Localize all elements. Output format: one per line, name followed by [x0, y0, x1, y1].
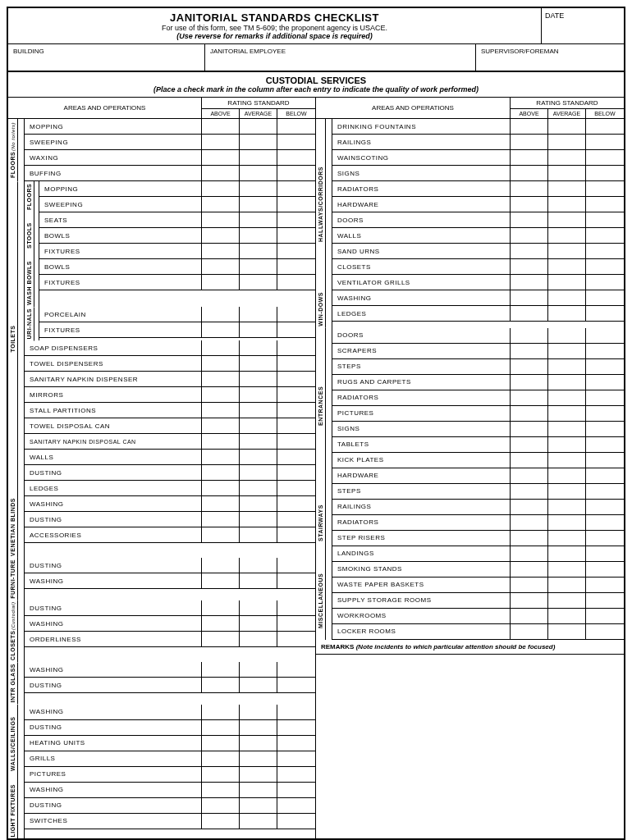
check-cell[interactable]: [586, 135, 624, 149]
check-cell[interactable]: [586, 306, 624, 321]
check-cell[interactable]: [240, 403, 277, 418]
check-cell[interactable]: [202, 212, 240, 227]
check-cell[interactable]: [586, 275, 624, 290]
check-cell[interactable]: [511, 166, 548, 180]
check-cell[interactable]: [202, 481, 240, 495]
check-cell[interactable]: [511, 244, 548, 258]
check-cell[interactable]: [548, 484, 586, 499]
check-cell[interactable]: [277, 678, 315, 692]
check-cell[interactable]: [240, 307, 277, 322]
check-cell[interactable]: [277, 616, 315, 631]
check-cell[interactable]: [202, 244, 240, 258]
check-cell[interactable]: [202, 340, 240, 355]
check-cell[interactable]: [511, 181, 548, 196]
check-cell[interactable]: [277, 356, 315, 371]
check-cell[interactable]: [277, 150, 315, 165]
check-cell[interactable]: [202, 228, 240, 243]
check-cell[interactable]: [202, 387, 240, 402]
check-cell[interactable]: [586, 344, 624, 358]
check-cell[interactable]: [240, 212, 277, 227]
check-cell[interactable]: [586, 515, 624, 530]
check-cell[interactable]: [277, 244, 315, 258]
check-cell[interactable]: [511, 306, 548, 321]
check-cell[interactable]: [202, 720, 240, 735]
check-cell[interactable]: [586, 290, 624, 305]
check-cell[interactable]: [548, 150, 586, 165]
check-cell[interactable]: [548, 468, 586, 483]
check-cell[interactable]: [202, 496, 240, 511]
check-cell[interactable]: [586, 150, 624, 165]
check-cell[interactable]: [586, 593, 624, 608]
check-cell[interactable]: [240, 228, 277, 243]
check-cell[interactable]: [277, 496, 315, 511]
check-cell[interactable]: [277, 558, 315, 573]
check-cell[interactable]: [277, 275, 315, 290]
check-cell[interactable]: [202, 616, 240, 631]
check-cell[interactable]: [511, 453, 548, 468]
check-cell[interactable]: [511, 212, 548, 227]
check-cell[interactable]: [586, 197, 624, 212]
check-cell[interactable]: [240, 166, 277, 180]
check-cell[interactable]: [277, 403, 315, 418]
check-cell[interactable]: [277, 307, 315, 322]
check-cell[interactable]: [277, 212, 315, 227]
check-cell[interactable]: [202, 678, 240, 692]
check-cell[interactable]: [511, 375, 548, 390]
check-cell[interactable]: [586, 422, 624, 436]
check-cell[interactable]: [240, 465, 277, 480]
check-cell[interactable]: [548, 531, 586, 546]
check-cell[interactable]: [202, 465, 240, 480]
check-cell[interactable]: [511, 546, 548, 561]
check-cell[interactable]: [511, 259, 548, 274]
check-cell[interactable]: [511, 328, 548, 343]
check-cell[interactable]: [240, 181, 277, 196]
check-cell[interactable]: [240, 662, 277, 677]
check-cell[interactable]: [586, 531, 624, 546]
check-cell[interactable]: [277, 751, 315, 766]
check-cell[interactable]: [586, 390, 624, 405]
check-cell[interactable]: [240, 119, 277, 134]
check-cell[interactable]: [511, 275, 548, 290]
check-cell[interactable]: [511, 290, 548, 305]
check-cell[interactable]: [511, 515, 548, 530]
check-cell[interactable]: [586, 484, 624, 499]
check-cell[interactable]: [548, 259, 586, 274]
check-cell[interactable]: [548, 390, 586, 405]
check-cell[interactable]: [240, 558, 277, 573]
employee-field[interactable]: JANITORIAL EMPLOYEE: [205, 44, 476, 71]
check-cell[interactable]: [548, 344, 586, 358]
check-cell[interactable]: [548, 166, 586, 180]
check-cell[interactable]: [548, 181, 586, 196]
check-cell[interactable]: [202, 600, 240, 615]
check-cell[interactable]: [586, 624, 624, 639]
check-cell[interactable]: [586, 546, 624, 561]
check-cell[interactable]: [202, 527, 240, 542]
check-cell[interactable]: [586, 437, 624, 452]
check-cell[interactable]: [586, 562, 624, 577]
check-cell[interactable]: [240, 372, 277, 386]
check-cell[interactable]: [277, 119, 315, 134]
check-cell[interactable]: [240, 616, 277, 631]
check-cell[interactable]: [202, 798, 240, 813]
supervisor-field[interactable]: SUPERVISOR/FOREMAN: [476, 44, 624, 71]
check-cell[interactable]: [202, 259, 240, 274]
check-cell[interactable]: [202, 135, 240, 149]
check-cell[interactable]: [202, 632, 240, 646]
check-cell[interactable]: [202, 767, 240, 782]
check-cell[interactable]: [240, 736, 277, 751]
check-cell[interactable]: [240, 720, 277, 735]
check-cell[interactable]: [202, 783, 240, 797]
check-cell[interactable]: [202, 356, 240, 371]
check-cell[interactable]: [511, 406, 548, 421]
check-cell[interactable]: [240, 678, 277, 692]
check-cell[interactable]: [277, 387, 315, 402]
check-cell[interactable]: [548, 228, 586, 243]
check-cell[interactable]: [548, 244, 586, 258]
check-cell[interactable]: [277, 228, 315, 243]
check-cell[interactable]: [240, 322, 277, 337]
check-cell[interactable]: [240, 798, 277, 813]
check-cell[interactable]: [277, 450, 315, 464]
check-cell[interactable]: [240, 573, 277, 588]
check-cell[interactable]: [202, 558, 240, 573]
check-cell[interactable]: [511, 624, 548, 639]
